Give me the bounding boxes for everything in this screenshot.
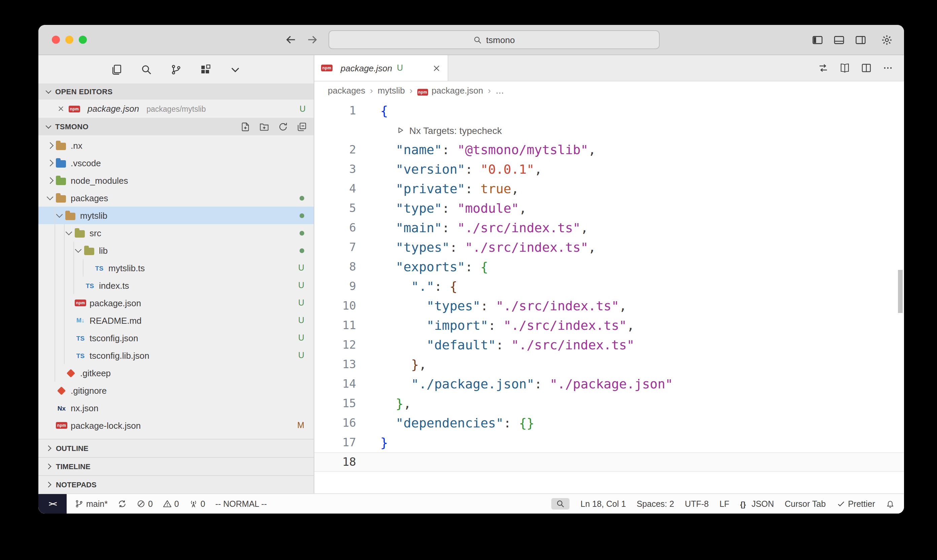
- token: }: [380, 435, 388, 449]
- status-item-ports-status[interactable]: 0: [189, 499, 205, 509]
- code-editor[interactable]: 1{Nx Targets: typecheck2 "name": "@tsmon…: [314, 100, 904, 493]
- breadcrumb-item-packages[interactable]: packages: [328, 86, 365, 95]
- code-line-2[interactable]: 2 "name": "@tsmono/mytslib",: [314, 140, 904, 160]
- status-item-sync-status[interactable]: [118, 499, 126, 508]
- chevron-right-icon[interactable]: [45, 157, 56, 168]
- notepads-section-header[interactable]: NOTEPADS: [38, 475, 314, 493]
- chevron-down-icon[interactable]: [64, 228, 75, 238]
- tree-item-gitignore[interactable]: .gitignore: [38, 382, 314, 399]
- tree-item-lib[interactable]: lib: [38, 242, 314, 259]
- code-line-3[interactable]: 3 "version": "0.0.1",: [314, 160, 904, 179]
- command-center-search[interactable]: tsmono: [328, 30, 660, 49]
- code-line-10[interactable]: 10 "types": "./src/index.ts",: [314, 296, 904, 316]
- status-item-git-branch-status[interactable]: main*: [75, 499, 108, 509]
- new-folder-icon[interactable]: [259, 122, 269, 132]
- chevron-right-icon[interactable]: [45, 175, 56, 186]
- code-line-5[interactable]: 5 "type": "module",: [314, 198, 904, 218]
- status-item-prettier-status[interactable]: Prettier: [836, 499, 875, 509]
- more-actions-icon[interactable]: [883, 63, 893, 73]
- tree-item-mytslib[interactable]: mytslib: [38, 207, 314, 224]
- close-window-button[interactable]: [52, 36, 60, 44]
- remote-indicator[interactable]: ><: [38, 494, 67, 514]
- chevron-down-icon[interactable]: [45, 192, 56, 203]
- code-line-18[interactable]: 18: [314, 452, 904, 472]
- refresh-explorer-icon[interactable]: [278, 122, 288, 132]
- collapse-folders-icon[interactable]: [297, 122, 307, 132]
- tab-package-json[interactable]: npm package.json U: [314, 55, 448, 81]
- codelens-nx-targets[interactable]: Nx Targets: typecheck: [314, 120, 904, 140]
- code-line-13[interactable]: 13 },: [314, 355, 904, 374]
- scrollbar-thumb[interactable]: [898, 270, 903, 313]
- tree-item-index-ts[interactable]: TSindex.tsU: [38, 277, 314, 294]
- code-line-4[interactable]: 4 "private": true,: [314, 179, 904, 198]
- close-tab-icon[interactable]: [432, 64, 441, 72]
- code-line-1[interactable]: 1{: [314, 101, 904, 120]
- tree-item-nx[interactable]: .nx: [38, 137, 314, 154]
- status-item-warnings-count[interactable]: 0: [163, 499, 179, 509]
- tree-item-gitkeep[interactable]: .gitkeep: [38, 364, 314, 382]
- new-file-icon[interactable]: [240, 122, 251, 132]
- layout-panel-icon[interactable]: [833, 34, 845, 45]
- settings-gear-icon[interactable]: [881, 34, 892, 45]
- code-line-15[interactable]: 15 },: [314, 394, 904, 413]
- tree-item-vscode[interactable]: .vscode: [38, 154, 314, 172]
- open-editors-header[interactable]: OPEN EDITORS: [38, 83, 314, 100]
- status-item-indentation[interactable]: Spaces: 2: [637, 499, 674, 509]
- forward-icon[interactable]: [306, 34, 318, 46]
- outline-section-header[interactable]: OUTLINE: [38, 439, 314, 457]
- split-editor-icon[interactable]: [861, 63, 872, 73]
- status-item-cursor-position[interactable]: Ln 18, Col 1: [580, 499, 626, 509]
- code-line-17[interactable]: 17}: [314, 433, 904, 452]
- tree-item-readme-md[interactable]: M↓README.mdU: [38, 312, 314, 329]
- chevron-right-icon[interactable]: [45, 140, 56, 151]
- tree-item-package-lock-json[interactable]: npmpackage-lock.jsonM: [38, 417, 314, 434]
- status-item-language-mode[interactable]: {}JSON: [740, 499, 774, 509]
- tree-item-package-json[interactable]: npmpackage.jsonU: [38, 294, 314, 312]
- indent: [38, 355, 64, 356]
- tree-item-mytslib-ts[interactable]: TSmytslib.tsU: [38, 259, 314, 277]
- status-item-encoding[interactable]: UTF-8: [685, 499, 709, 509]
- code-line-11[interactable]: 11 "import": "./src/index.ts",: [314, 316, 904, 335]
- layout-sidebar-left-icon[interactable]: [812, 34, 823, 45]
- line-number: 4: [314, 179, 356, 198]
- zoom-window-button[interactable]: [79, 36, 87, 44]
- layout-sidebar-right-icon[interactable]: [855, 34, 866, 45]
- tree-item-node-modules[interactable]: node_modules: [38, 172, 314, 189]
- tree-item-packages[interactable]: packages: [38, 189, 314, 207]
- code-line-6[interactable]: 6 "main": "./src/index.ts",: [314, 218, 904, 238]
- workspace-header[interactable]: TSMONO: [38, 118, 314, 135]
- chevron-down-icon[interactable]: [73, 245, 84, 256]
- back-icon[interactable]: [285, 34, 297, 46]
- code-line-14[interactable]: 14 "./package.json": "./package.json": [314, 374, 904, 394]
- status-item-notifications[interactable]: [886, 499, 895, 508]
- status-item-eol-sequence[interactable]: LF: [720, 499, 729, 509]
- code-line-9[interactable]: 9 ".": {: [314, 277, 904, 296]
- source-control-icon[interactable]: [170, 64, 182, 75]
- status-item-vim-mode[interactable]: -- NORMAL --: [215, 499, 267, 509]
- extensions-icon[interactable]: [200, 64, 211, 75]
- open-preview-icon[interactable]: [839, 63, 850, 73]
- status-item-errors-count[interactable]: 0: [137, 499, 153, 509]
- tree-item-tsconfig-json[interactable]: TStsconfig.jsonU: [38, 329, 314, 347]
- tree-item-src[interactable]: src: [38, 224, 314, 242]
- code-line-7[interactable]: 7 "types": "./src/index.ts",: [314, 238, 904, 257]
- status-item-cursor-tab[interactable]: Cursor Tab: [785, 499, 826, 509]
- breadcrumb-item-item[interactable]: …: [495, 86, 504, 95]
- chevron-wide-icon[interactable]: [229, 64, 241, 75]
- code-line-16[interactable]: 16 "dependencies": {}: [314, 413, 904, 433]
- chevron-down-icon[interactable]: [54, 210, 65, 221]
- timeline-section-header[interactable]: TIMELINE: [38, 457, 314, 475]
- close-editor-icon[interactable]: [57, 105, 65, 112]
- status-item-zoom-indicator[interactable]: [552, 498, 570, 509]
- code-line-8[interactable]: 8 "exports": {: [314, 257, 904, 277]
- explorer-icon[interactable]: [111, 64, 123, 75]
- compare-changes-icon[interactable]: [818, 63, 829, 73]
- minimize-window-button[interactable]: [65, 36, 73, 44]
- search-icon[interactable]: [141, 64, 152, 75]
- tree-item-tsconfig-lib-json[interactable]: TStsconfig.lib.jsonU: [38, 347, 314, 364]
- open-editor-item[interactable]: npm package.json packages/mytslib U: [38, 100, 314, 118]
- tree-item-nx-json[interactable]: Nxnx.json: [38, 399, 314, 417]
- breadcrumb-item-package-json[interactable]: npmpackage.json: [417, 86, 483, 95]
- breadcrumb-item-mytslib[interactable]: mytslib: [378, 86, 405, 95]
- code-line-12[interactable]: 12 "default": "./src/index.ts": [314, 335, 904, 355]
